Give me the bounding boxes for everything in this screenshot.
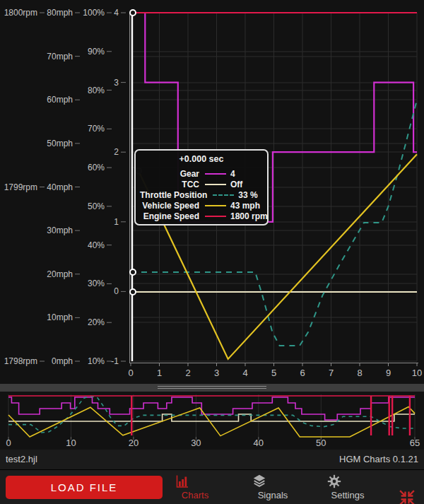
- svg-text:4: 4: [242, 368, 247, 378]
- tab-label: Settings: [331, 490, 365, 500]
- svg-text:60%: 60%: [88, 163, 105, 172]
- tooltip-series-value: 1800 rpm: [230, 211, 268, 221]
- tooltip-series-value: Off: [230, 180, 242, 189]
- tooltip-row-tcc: TCCOff: [140, 179, 263, 189]
- svg-text:40mph: 40mph: [47, 182, 73, 192]
- svg-text:1798rpm: 1798rpm: [4, 356, 37, 366]
- hgm-charts-app: 0123456789101800rpm1799rpm1798rpm80mph70…: [0, 0, 424, 504]
- svg-text:6: 6: [300, 368, 305, 378]
- tab-charts[interactable]: Charts: [174, 474, 216, 500]
- svg-text:40%: 40%: [88, 240, 105, 250]
- svg-text:80mph: 80mph: [47, 8, 73, 18]
- tooltip-row-speed: Vehicle Speed43 mph: [140, 200, 263, 211]
- loaded-file-name: test2.hjl: [6, 450, 37, 469]
- svg-text:8: 8: [357, 368, 362, 378]
- svg-text:65: 65: [410, 438, 420, 448]
- tab-label: Charts: [182, 490, 208, 500]
- series-swatch-gear: [205, 173, 226, 175]
- chart-tooltip: +0.000 sec Gear4TCCOffThrottle Position3…: [134, 149, 269, 225]
- overview-series-line-gear: [8, 397, 415, 420]
- svg-text:90%: 90%: [88, 47, 105, 57]
- svg-text:50%: 50%: [88, 201, 105, 211]
- tooltip-series-label: TCC: [140, 180, 199, 189]
- tooltip-series-label: Vehicle Speed: [140, 201, 199, 211]
- app-version: HGM Charts 0.1.21: [339, 450, 418, 469]
- svg-text:30mph: 30mph: [47, 225, 73, 235]
- tab-label: Signals: [258, 490, 288, 500]
- cursor-marker-throttle: [130, 269, 136, 275]
- svg-text:50: 50: [316, 438, 326, 448]
- svg-text:0mph: 0mph: [52, 356, 73, 366]
- tooltip-series-value: 43 mph: [230, 201, 260, 211]
- svg-text:10mph: 10mph: [47, 312, 73, 322]
- svg-text:20%: 20%: [88, 317, 105, 327]
- chart-scrollbar[interactable]: [0, 384, 424, 392]
- svg-text:9: 9: [386, 368, 391, 378]
- svg-text:3: 3: [214, 368, 219, 378]
- series-swatch-throttle: [213, 194, 234, 196]
- svg-text:20mph: 20mph: [47, 269, 73, 279]
- svg-text:20: 20: [129, 438, 139, 448]
- cursor-marker-tcc: [130, 289, 136, 295]
- series-swatch-speed: [205, 205, 226, 206]
- overview-chart-canvas[interactable]: 0102030405065: [0, 393, 424, 448]
- collapse-arrows-icon[interactable]: [397, 478, 417, 498]
- svg-text:1800rpm: 1800rpm: [4, 8, 37, 18]
- tooltip-series-value: 33 %: [238, 190, 257, 200]
- svg-text:10: 10: [66, 438, 76, 448]
- svg-text:5: 5: [271, 368, 276, 378]
- tooltip-row-gear: Gear4: [140, 168, 263, 179]
- svg-text:30%: 30%: [88, 279, 105, 288]
- svg-text:50mph: 50mph: [47, 139, 73, 148]
- svg-text:2: 2: [185, 368, 190, 378]
- svg-text:100%: 100%: [83, 8, 105, 18]
- scrollbar-grip[interactable]: [158, 384, 266, 392]
- tooltip-series-value: 4: [230, 169, 235, 179]
- series-swatch-engine: [205, 216, 226, 217]
- series-swatch-tcc: [205, 184, 226, 185]
- cursor-marker-engine: [130, 10, 136, 16]
- tooltip-row-engine: Engine Speed1800 rpm: [140, 211, 263, 221]
- svg-text:7: 7: [329, 368, 334, 378]
- svg-text:30: 30: [191, 438, 201, 448]
- svg-text:1: 1: [157, 368, 162, 378]
- svg-text:3: 3: [114, 78, 119, 88]
- tooltip-series-label: Gear: [140, 169, 199, 179]
- svg-text:0: 0: [114, 286, 119, 296]
- svg-text:70%: 70%: [88, 124, 105, 134]
- svg-text:0: 0: [6, 438, 11, 448]
- bottom-toolbar: LOAD FILE ChartsSignalsSettings: [0, 469, 424, 504]
- tooltip-series-label: Engine Speed: [140, 211, 199, 221]
- svg-text:2: 2: [114, 147, 119, 157]
- svg-text:40: 40: [254, 438, 264, 448]
- svg-text:10%: 10%: [88, 356, 105, 366]
- svg-text:70mph: 70mph: [47, 52, 73, 61]
- svg-text:1: 1: [114, 217, 119, 227]
- svg-text:10: 10: [412, 368, 422, 378]
- svg-text:80%: 80%: [88, 86, 105, 95]
- tooltip-time: +0.000 sec: [140, 153, 263, 165]
- tooltip-row-throttle: Throttle Position33 %: [140, 189, 263, 200]
- load-file-button[interactable]: LOAD FILE: [6, 476, 163, 499]
- svg-text:60mph: 60mph: [47, 95, 73, 105]
- tab-settings[interactable]: Settings: [326, 474, 369, 500]
- svg-text:1799rpm: 1799rpm: [4, 182, 37, 192]
- svg-text:4: 4: [114, 8, 119, 18]
- tab-signals[interactable]: Signals: [252, 474, 294, 500]
- status-bar: test2.hjl HGM Charts 0.1.21: [0, 450, 424, 469]
- svg-text:-1: -1: [111, 356, 119, 366]
- svg-text:0: 0: [128, 368, 133, 378]
- tooltip-series-label: Throttle Position: [140, 190, 207, 200]
